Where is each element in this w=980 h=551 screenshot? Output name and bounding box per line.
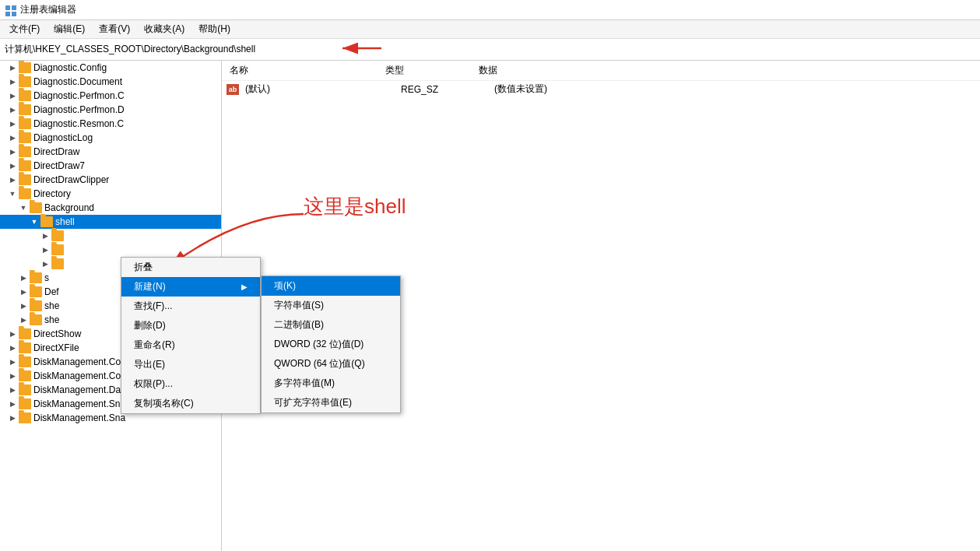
tree-label: Diagnostic.Config (33, 62, 107, 73)
reg-row-default[interactable]: ab (默认) REG_SZ (数值未设置) (222, 81, 980, 97)
expand-icon: ▶ (17, 300, 30, 312)
folder-icon (30, 202, 42, 213)
folder-icon (19, 174, 31, 185)
expand-icon: ▶ (6, 146, 19, 158)
tree-label: Diagnostic.Document (33, 76, 122, 87)
expand-icon: ▶ (6, 132, 19, 144)
menu-bar: 文件(F) 编辑(E) 查看(V) 收藏夹(A) 帮助(H) (0, 20, 980, 39)
svg-rect-3 (12, 12, 16, 16)
col-header-type: 类型 (382, 62, 476, 79)
address-bar: 计算机\HKEY_CLASSES_ROOT\Directory\Backgrou… (0, 39, 980, 61)
folder-icon (19, 90, 31, 101)
ctx-item-collapse[interactable]: 折叠 (121, 258, 260, 277)
menu-edit[interactable]: 编辑(E) (47, 21, 91, 37)
submenu-item-dword[interactable]: DWORD (32 位)值(D) (262, 335, 400, 354)
folder-icon (30, 272, 42, 283)
tree-item-diagnostic-document[interactable]: ▶ Diagnostic.Document (0, 75, 221, 89)
folder-icon (19, 328, 31, 339)
folder-icon (30, 314, 42, 325)
expand-icon: ▶ (6, 398, 19, 410)
submenu-item-qword[interactable]: QWORD (64 位)值(Q) (262, 354, 400, 374)
address-path: 计算机\HKEY_CLASSES_ROOT\Directory\Backgrou… (5, 43, 255, 56)
tree-item-directdraw7[interactable]: ▶ DirectDraw7 (0, 159, 221, 173)
menu-favorites[interactable]: 收藏夹(A) (138, 21, 191, 37)
ctx-item-permissions[interactable]: 权限(P)... (121, 374, 260, 394)
expand-icon: ▶ (39, 230, 51, 242)
ctx-item-new[interactable]: 新建(N) ▶ (121, 277, 260, 297)
ctx-item-copy-key-name[interactable]: 复制项名称(C) (121, 394, 260, 413)
tree-item-diagnostic-resmon-c[interactable]: ▶ Diagnostic.Resmon.C (0, 117, 221, 131)
tree-item-diagnosticlog[interactable]: ▶ DiagnosticLog (0, 131, 221, 145)
folder-icon (19, 188, 31, 199)
expand-icon: ▶ (6, 160, 19, 172)
folder-icon (19, 118, 31, 129)
folder-icon (19, 132, 31, 143)
tree-item-diagnostic-perfmon-d[interactable]: ▶ Diagnostic.Perfmon.D (0, 103, 221, 117)
menu-file[interactable]: 文件(F) (3, 21, 46, 37)
tree-label: Background (44, 202, 94, 213)
tree-label: DirectXFile (33, 342, 79, 353)
folder-icon (51, 230, 64, 241)
expand-icon: ▶ (6, 356, 19, 368)
tree-label: DiskManagement.Sna (33, 398, 125, 409)
submenu-item-string[interactable]: 字符串值(S) (262, 296, 400, 315)
submenu-item-expandstring[interactable]: 可扩充字符串值(E) (262, 393, 400, 412)
tree-item-diagnostic-config[interactable]: ▶ Diagnostic.Config (0, 61, 221, 75)
expand-icon: ▶ (6, 342, 19, 354)
tree-item-shell-sub1[interactable]: ▶ (0, 229, 221, 243)
tree-item-background[interactable]: ▼ Background (0, 201, 221, 215)
expand-icon: ▶ (17, 272, 30, 284)
tree-label: Diagnostic.Resmon.C (33, 118, 124, 129)
tree-label: Def (44, 286, 59, 297)
reg-data: (数值未设置) (491, 82, 975, 96)
expand-icon: ▼ (6, 188, 19, 200)
expand-icon: ▶ (17, 314, 30, 326)
ctx-item-find[interactable]: 查找(F)... (121, 297, 260, 316)
expand-icon: ▶ (6, 384, 19, 396)
tree-label: she (44, 300, 59, 311)
tree-label: she (44, 314, 59, 325)
tree-label: DiagnosticLog (33, 132, 93, 143)
reg-value-icon: ab (227, 84, 239, 95)
tree-item-shell[interactable]: ▼ shell (0, 215, 221, 229)
expand-icon: ▶ (6, 118, 19, 130)
right-panel-header: 名称 类型 数据 (222, 61, 980, 81)
tree-label: DirectShow (33, 328, 81, 339)
submenu-item-multistring[interactable]: 多字符串值(M) (262, 374, 400, 393)
folder-icon (19, 160, 31, 171)
ctx-item-export[interactable]: 导出(E) (121, 355, 260, 374)
folder-icon (19, 104, 31, 115)
ctx-item-delete[interactable]: 删除(D) (121, 316, 260, 335)
menu-help[interactable]: 帮助(H) (192, 21, 237, 37)
col-header-name: 名称 (227, 62, 382, 79)
tree-label: DirectDraw7 (33, 160, 85, 171)
expand-icon: ▶ (6, 75, 19, 88)
folder-icon (19, 370, 31, 381)
app-icon (5, 5, 16, 16)
menu-view[interactable]: 查看(V) (93, 21, 136, 37)
folder-icon (19, 62, 31, 73)
tree-item-shell-sub2[interactable]: ▶ (0, 243, 221, 257)
tree-label: Directory (33, 188, 71, 199)
window-title: 注册表编辑器 (20, 3, 76, 16)
expand-icon: ▶ (39, 244, 51, 256)
tree-item-directdrawclipper[interactable]: ▶ DirectDrawClipper (0, 173, 221, 187)
submenu-item-binary[interactable]: 二进制值(B) (262, 315, 400, 335)
tree-label: Diagnostic.Perfmon.C (33, 90, 125, 101)
expand-icon: ▶ (6, 89, 19, 102)
folder-icon (19, 356, 31, 367)
tree-label: DiskManagement.Cor (33, 356, 124, 367)
tree-item-diagnostic-perfmon-c[interactable]: ▶ Diagnostic.Perfmon.C (0, 89, 221, 103)
expand-icon: ▶ (6, 370, 19, 382)
reg-type: REG_SZ (398, 84, 491, 95)
folder-icon (19, 76, 31, 87)
tree-item-directdraw[interactable]: ▶ DirectDraw (0, 145, 221, 159)
submenu-item-key[interactable]: 项(K) (262, 276, 400, 296)
title-bar: 注册表编辑器 (0, 0, 980, 20)
tree-item-directory[interactable]: ▼ Directory (0, 187, 221, 201)
ctx-item-rename[interactable]: 重命名(R) (121, 335, 260, 355)
folder-icon (30, 300, 42, 311)
submenu-arrow-icon: ▶ (241, 283, 248, 291)
svg-rect-1 (12, 5, 16, 10)
folder-icon (19, 342, 31, 353)
